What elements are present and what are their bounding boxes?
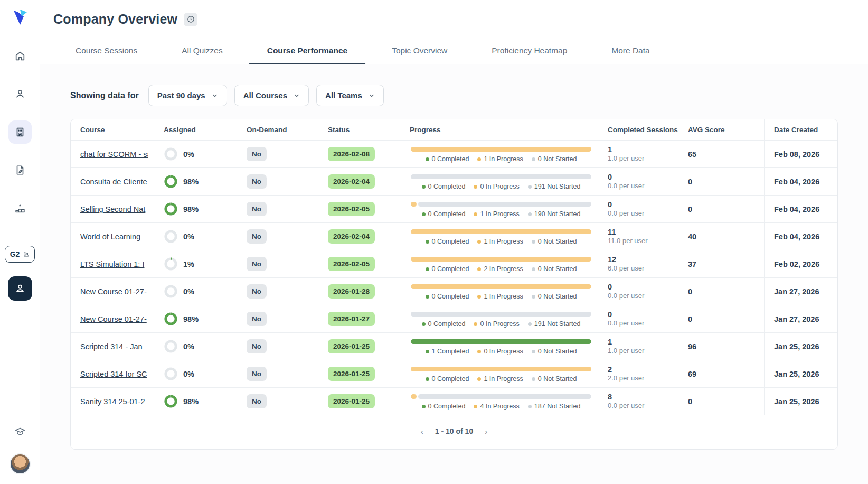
assigned-percent: 98% bbox=[183, 178, 199, 186]
avg-score: 40 bbox=[688, 232, 759, 241]
progress-legend-item: 0 Not Started bbox=[532, 375, 577, 383]
legend-dot bbox=[474, 405, 477, 408]
on-demand-badge: No bbox=[247, 147, 267, 161]
legend-dot bbox=[532, 350, 535, 353]
assigned-donut bbox=[164, 174, 178, 189]
legend-dot bbox=[528, 405, 532, 408]
tab-proficiency-heatmap[interactable]: Proficiency Heatmap bbox=[469, 36, 589, 64]
course-link[interactable]: New Course 01-27- bbox=[80, 287, 148, 296]
status-badge: 2026-01-25 bbox=[328, 394, 375, 408]
cell-progress: 0 Completed1 In Progress0 Not Started bbox=[400, 223, 598, 250]
course-link[interactable]: Consulta de Cliente bbox=[80, 178, 148, 186]
legend-text: 0 Completed bbox=[428, 210, 466, 218]
progress-legend-item: 0 Completed bbox=[426, 293, 469, 300]
cell-course: LTS Simulation 1: I bbox=[71, 250, 154, 278]
legend-dot bbox=[426, 240, 429, 244]
history-clock-icon[interactable] bbox=[184, 13, 197, 26]
dropdown-value: All Teams bbox=[325, 91, 362, 100]
cell-completed-sessions: 11.0 per user bbox=[598, 141, 678, 168]
cell-on-demand: No bbox=[237, 196, 318, 223]
legend-dot bbox=[422, 212, 426, 216]
cell-course: Selling Second Nat bbox=[71, 196, 154, 223]
course-link[interactable]: chat for SCORM - sa bbox=[80, 150, 148, 159]
course-link[interactable]: Scripted 314 - Jan bbox=[80, 342, 148, 351]
progress-segment-in_progress bbox=[411, 367, 591, 371]
course-link[interactable]: Sanity 314 25-01-2 bbox=[80, 397, 148, 406]
progress-legend-item: 191 Not Started bbox=[528, 183, 581, 190]
sessions-count: 12 bbox=[608, 255, 673, 264]
legend-text: 2 In Progress bbox=[484, 265, 523, 273]
progress-segment-in_progress bbox=[411, 394, 417, 399]
cell-completed-sessions: 00.0 per user bbox=[598, 305, 678, 333]
progress-legend: 0 Completed1 In Progress0 Not Started bbox=[410, 293, 592, 300]
tab-more-data[interactable]: More Data bbox=[589, 36, 672, 64]
tab-course-sessions[interactable]: Course Sessions bbox=[53, 36, 159, 64]
cell-course: chat for SCORM - sa bbox=[71, 141, 154, 168]
progress-bar bbox=[411, 367, 591, 371]
cell-avg-score: 65 bbox=[678, 141, 765, 168]
course-link[interactable]: World of Learning bbox=[80, 232, 148, 241]
cell-completed-sessions: 1111.0 per user bbox=[598, 223, 678, 250]
legend-dot bbox=[532, 267, 535, 271]
course-link[interactable]: New Course 01-27- bbox=[80, 315, 148, 323]
impersonate-user-button[interactable] bbox=[8, 276, 32, 301]
date-created: Feb 04, 2026 bbox=[774, 178, 832, 186]
sessions-per-user: 6.0 per user bbox=[608, 264, 673, 273]
user-avatar[interactable] bbox=[10, 453, 31, 474]
home-icon[interactable] bbox=[8, 44, 32, 68]
legend-text: 0 In Progress bbox=[480, 183, 519, 190]
sessions-count: 11 bbox=[608, 227, 673, 237]
brand-logo[interactable] bbox=[11, 7, 30, 26]
legend-text: 0 Not Started bbox=[538, 348, 577, 355]
legend-text: 190 Not Started bbox=[534, 210, 581, 218]
cell-status: 2026-01-25 bbox=[318, 360, 400, 388]
legend-dot bbox=[532, 157, 535, 161]
progress-bar bbox=[411, 284, 591, 289]
cell-course: Scripted 314 for SC bbox=[71, 360, 154, 388]
filter-dropdown-past-90-days[interactable]: Past 90 days bbox=[148, 85, 227, 106]
cell-avg-score: 37 bbox=[678, 250, 765, 278]
on-demand-badge: No bbox=[247, 394, 267, 408]
leaderboard-icon[interactable] bbox=[8, 197, 32, 220]
legend-text: 191 Not Started bbox=[534, 320, 581, 328]
document-edit-icon[interactable] bbox=[8, 159, 32, 182]
column-header-assigned: Assigned bbox=[154, 119, 237, 141]
progress-legend-item: 1 In Progress bbox=[477, 375, 523, 383]
filter-dropdown-all-teams[interactable]: All Teams bbox=[316, 85, 384, 106]
course-link[interactable]: Scripted 314 for SC bbox=[80, 370, 148, 378]
tab-course-performance[interactable]: Course Performance bbox=[245, 36, 370, 64]
legend-text: 0 Completed bbox=[432, 238, 469, 245]
date-created: Feb 08, 2026 bbox=[774, 150, 832, 159]
pagination-next-button[interactable]: › bbox=[485, 427, 487, 435]
tab-topic-overview[interactable]: Topic Overview bbox=[370, 36, 469, 64]
progress-legend-item: 0 Not Started bbox=[532, 155, 577, 163]
status-badge: 2026-01-27 bbox=[328, 312, 375, 326]
g2-link[interactable]: G2 bbox=[5, 246, 35, 263]
cell-status: 2026-02-04 bbox=[318, 168, 400, 196]
company-icon[interactable] bbox=[8, 120, 32, 144]
course-link[interactable]: LTS Simulation 1: I bbox=[80, 260, 148, 268]
pagination-prev-button[interactable]: ‹ bbox=[421, 427, 423, 435]
cell-on-demand: No bbox=[237, 250, 318, 278]
on-demand-badge: No bbox=[247, 174, 267, 189]
progress-legend-item: 1 In Progress bbox=[477, 293, 523, 300]
cell-avg-score: 40 bbox=[678, 223, 765, 250]
content-area: Showing data for Past 90 daysAll Courses… bbox=[40, 64, 868, 484]
legend-dot bbox=[422, 322, 426, 326]
filter-dropdown-all-courses[interactable]: All Courses bbox=[234, 85, 309, 106]
g2-label: G2 bbox=[10, 250, 20, 258]
status-badge: 2026-02-08 bbox=[328, 147, 375, 161]
cell-progress: 0 Completed1 In Progress0 Not Started bbox=[400, 141, 598, 168]
on-demand-badge: No bbox=[247, 367, 267, 381]
sessions-per-user: 0.0 per user bbox=[608, 292, 673, 301]
progress-legend-item: 0 In Progress bbox=[474, 320, 519, 328]
academy-icon[interactable] bbox=[14, 426, 26, 440]
progress-legend-item: 0 Completed bbox=[426, 265, 469, 273]
users-icon[interactable] bbox=[8, 82, 32, 106]
legend-text: 4 In Progress bbox=[480, 403, 519, 410]
tab-all-quizzes[interactable]: All Quizzes bbox=[159, 36, 245, 64]
chevron-down-icon bbox=[294, 92, 300, 99]
progress-segment-completed bbox=[411, 339, 591, 344]
legend-text: 0 Completed bbox=[432, 375, 469, 383]
course-link[interactable]: Selling Second Nat bbox=[80, 205, 148, 213]
